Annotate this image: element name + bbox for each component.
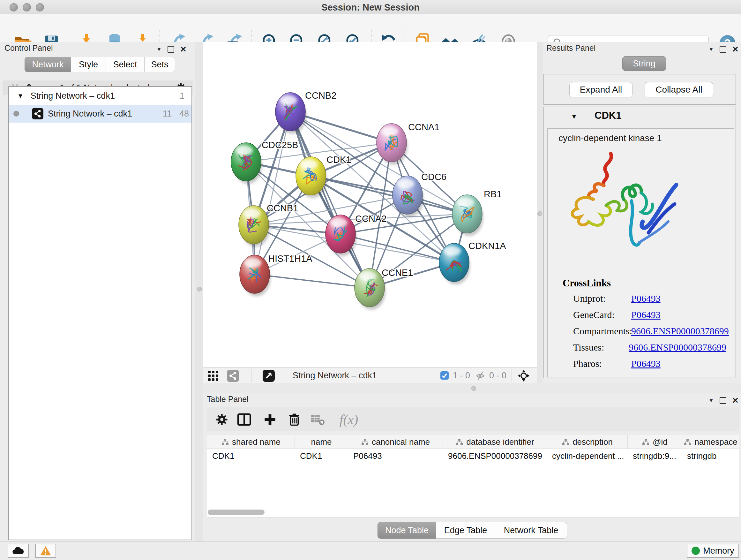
network-node-CDC6[interactable]: CDC6 <box>393 172 447 217</box>
table-cell[interactable]: stringdb <box>682 449 739 463</box>
table-toolbar: f(x) <box>207 408 739 431</box>
collection-count: 1 <box>180 91 185 101</box>
uniprot-link[interactable]: P06493 <box>631 293 661 304</box>
network-node-CCNB2[interactable]: CCNB2 <box>275 90 336 134</box>
tab-select[interactable]: Select <box>106 57 145 72</box>
warning-icon <box>40 546 51 556</box>
table-cell[interactable]: CDK1 <box>295 449 348 463</box>
results-splitter[interactable] <box>537 42 542 383</box>
fit-selected-button[interactable] <box>517 369 530 382</box>
column-header--id[interactable]: @id <box>628 435 682 449</box>
panel-close-icon[interactable]: ✕ <box>180 45 187 54</box>
birds-eye-button[interactable] <box>227 370 239 382</box>
network-node-CDC25B[interactable]: CDC25B <box>231 140 298 184</box>
grid-view-icon <box>207 370 219 381</box>
selected-checkbox[interactable] <box>440 371 449 380</box>
crosslink-row: GeneCard: P06493 <box>573 307 726 323</box>
panel-float-icon[interactable] <box>720 46 726 53</box>
column-header-database-identifier[interactable]: database identifier <box>443 435 547 449</box>
create-column-button[interactable] <box>260 411 280 428</box>
network-label: String Network – cdk1 <box>48 109 132 119</box>
panel-menu-icon[interactable]: ▼ <box>709 397 714 404</box>
network-node-RB1[interactable]: RB1 <box>452 189 502 236</box>
cloud-button[interactable] <box>8 544 29 558</box>
column-header-namespace[interactable]: namespace <box>682 435 739 449</box>
splitter-handle[interactable] <box>537 211 542 216</box>
crosslink-row: Uniprot: P06493 <box>573 290 726 307</box>
delete-table-button[interactable] <box>308 411 327 428</box>
entry-details: cyclin-dependent kinase 1 <box>547 128 734 377</box>
grid-view-button[interactable] <box>207 370 219 381</box>
network-status-dot <box>13 111 19 117</box>
column-header-name[interactable]: name <box>295 435 348 449</box>
network-row-selected[interactable]: String Network – cdk1 11 48 <box>9 105 192 123</box>
tissues-link[interactable]: 9606.ENSP00000378699 <box>629 342 726 353</box>
application-window: Session: New Session <box>0 0 741 560</box>
node-label-CDC25B: CDC25B <box>262 140 298 150</box>
genecard-link[interactable]: P06493 <box>631 309 661 320</box>
network-node-HIST1H1A[interactable]: HIST1H1A <box>240 253 313 296</box>
network-node-CCNB1[interactable]: CCNB1 <box>239 203 298 247</box>
panel-close-icon[interactable]: ✕ <box>732 396 739 405</box>
table-cell[interactable]: stringdb:9... <box>628 449 682 463</box>
protein-structure-image <box>563 150 688 260</box>
column-header-canonical-name[interactable]: canonical name <box>348 435 443 449</box>
column-type-icon <box>642 438 650 446</box>
network-node-CDK1[interactable]: CDK1 <box>296 154 351 198</box>
column-header-shared-name[interactable]: shared name <box>207 435 295 449</box>
memory-button[interactable]: Memory <box>687 544 739 558</box>
delete-column-button[interactable] <box>285 411 304 428</box>
column-header-description[interactable]: description <box>547 435 628 449</box>
results-buttons-box: Expand All Collapse All <box>543 74 736 105</box>
panel-menu-icon[interactable]: ▼ <box>709 46 714 53</box>
show-columns-button[interactable] <box>234 411 254 428</box>
warnings-button[interactable] <box>35 544 56 558</box>
tab-edge-table[interactable]: Edge Table <box>436 522 495 539</box>
panel-float-icon[interactable] <box>720 397 726 404</box>
pharos-link[interactable]: P06493 <box>631 358 661 369</box>
collection-expander-icon[interactable]: ▼ <box>17 92 23 100</box>
table-cell[interactable]: P06493 <box>348 449 443 463</box>
string-network-icon <box>32 108 44 119</box>
panel-float-icon[interactable] <box>167 46 174 53</box>
network-view-toolbar: String Network – cdk1 1 - 0 0 - 0 <box>203 367 537 383</box>
splitter-handle[interactable] <box>471 386 476 391</box>
memory-label: Memory <box>703 546 734 556</box>
network-collection-row[interactable]: ▼ String Network – cdk1 1 <box>9 87 192 105</box>
node-label-CDKN1A: CDKN1A <box>468 241 506 251</box>
crosslink-row: Pharos: P06493 <box>573 355 726 372</box>
table-cell[interactable]: cyclin-dependent ... <box>547 449 628 463</box>
panel-menu-icon[interactable]: ▼ <box>156 46 162 53</box>
panel-close-icon[interactable]: ✕ <box>732 45 739 54</box>
network-canvas[interactable]: CCNB2CCNA1CDC25BCDK1CDC6RB1CCNB1CCNA2CDK… <box>203 42 537 367</box>
splitter-handle[interactable] <box>197 287 202 292</box>
network-node-CDKN1A[interactable]: CDKN1A <box>439 241 506 285</box>
tab-network[interactable]: Network <box>24 57 71 72</box>
tab-node-table[interactable]: Node Table <box>378 522 436 539</box>
table-cell[interactable]: CDK1 <box>207 449 295 463</box>
table-splitter[interactable] <box>203 383 741 393</box>
table-horizontal-scrollbar[interactable] <box>208 509 265 515</box>
collapse-all-button[interactable]: Collapse All <box>645 82 713 98</box>
results-panel-title: Results Panel <box>546 44 596 53</box>
compartments-link[interactable]: 9606.ENSP00000378699 <box>631 326 729 336</box>
detach-view-button[interactable] <box>263 370 275 382</box>
delete-table-icon <box>311 413 325 426</box>
expand-all-button[interactable]: Expand All <box>569 82 632 98</box>
hidden-eye-icon <box>475 371 485 380</box>
columns-icon <box>237 413 252 426</box>
tab-style[interactable]: Style <box>71 57 106 72</box>
network-edge <box>255 274 369 288</box>
tab-sets[interactable]: Sets <box>145 57 175 72</box>
network-node-CCNE1[interactable]: CCNE1 <box>354 267 413 310</box>
entry-expander-icon[interactable]: ▼ <box>571 113 577 120</box>
table-row[interactable]: CDK1CDK1P064939606.ENSP00000378699cyclin… <box>207 449 739 463</box>
table-cell[interactable]: 9606.ENSP00000378699 <box>443 449 547 463</box>
control-splitter[interactable] <box>195 42 203 541</box>
function-builder-button[interactable]: f(x) <box>331 411 366 428</box>
control-panel-tabs: Network Style Select Sets <box>24 57 175 72</box>
tab-network-table[interactable]: Network Table <box>495 522 567 539</box>
table-settings-button[interactable] <box>212 411 231 428</box>
tab-string[interactable]: String <box>622 56 666 71</box>
titlebar: Session: New Session <box>0 0 741 14</box>
